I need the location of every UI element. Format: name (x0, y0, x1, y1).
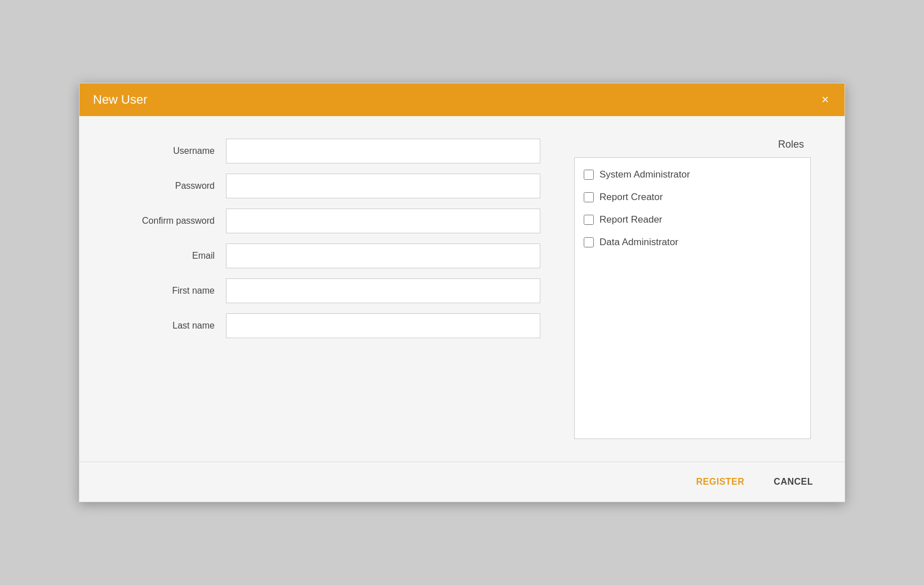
email-input[interactable] (226, 243, 540, 268)
password-row: Password (113, 174, 540, 198)
first-name-label: First name (113, 286, 226, 296)
email-label: Email (113, 251, 226, 261)
confirm-password-input[interactable] (226, 209, 540, 233)
register-button[interactable]: REGISTER (687, 472, 754, 491)
dialog-body: Username Password Confirm password Email… (79, 116, 845, 462)
first-name-input[interactable] (226, 278, 540, 303)
dialog-title: New User (93, 92, 148, 107)
close-button[interactable]: × (819, 94, 831, 106)
role-item-data-admin: Data Administrator (584, 237, 801, 248)
email-row: Email (113, 243, 540, 268)
new-user-dialog: New User × Username Password Confirm pas… (79, 83, 845, 502)
role-label-system-admin: System Administrator (599, 169, 690, 180)
last-name-label: Last name (113, 321, 226, 331)
last-name-row: Last name (113, 313, 540, 338)
role-checkbox-system-admin[interactable] (584, 170, 594, 180)
dialog-footer: REGISTER CANCEL (79, 462, 845, 502)
confirm-password-label: Confirm password (113, 216, 226, 226)
role-checkbox-report-reader[interactable] (584, 215, 594, 225)
confirm-password-row: Confirm password (113, 209, 540, 233)
role-label-report-reader: Report Reader (599, 214, 663, 225)
roles-label: Roles (574, 139, 811, 150)
roles-box: System Administrator Report Creator Repo… (574, 157, 811, 439)
role-checkbox-report-creator[interactable] (584, 192, 594, 202)
role-label-data-admin: Data Administrator (599, 237, 678, 248)
dialog-header: New User × (79, 83, 845, 116)
roles-section: Roles System Administrator Report Creato… (574, 139, 811, 439)
role-label-report-creator: Report Creator (599, 192, 663, 203)
username-input[interactable] (226, 139, 540, 163)
form-section: Username Password Confirm password Email… (113, 139, 540, 439)
role-item-system-admin: System Administrator (584, 169, 801, 180)
username-row: Username (113, 139, 540, 163)
role-item-report-creator: Report Creator (584, 192, 801, 203)
role-checkbox-data-admin[interactable] (584, 237, 594, 247)
password-label: Password (113, 181, 226, 191)
first-name-row: First name (113, 278, 540, 303)
cancel-button[interactable]: CANCEL (765, 472, 822, 491)
password-input[interactable] (226, 174, 540, 198)
last-name-input[interactable] (226, 313, 540, 338)
username-label: Username (113, 146, 226, 156)
role-item-report-reader: Report Reader (584, 214, 801, 225)
